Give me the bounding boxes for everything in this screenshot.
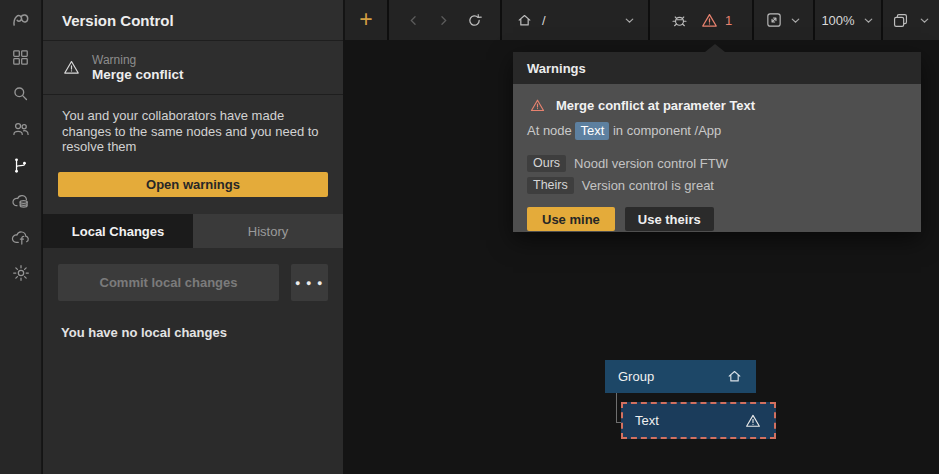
use-theirs-button[interactable]: Use theirs — [625, 207, 714, 231]
commit-local-changes-button[interactable]: Commit local changes — [58, 264, 279, 301]
preview-size-section — [754, 0, 813, 40]
warning-triangle-icon — [744, 412, 762, 430]
settings-gear-icon[interactable] — [0, 255, 42, 291]
theirs-value: Version control is great — [582, 178, 714, 193]
warning-title: Merge conflict — [92, 67, 184, 83]
warnings-popup: Warnings Merge conflict at parameter Tex… — [513, 52, 921, 232]
search-icon[interactable] — [0, 75, 42, 111]
panel-title: Version Control — [62, 12, 174, 29]
canvas-toolbar: + — [345, 0, 939, 40]
popup-body: Merge conflict at parameter Text At node… — [513, 84, 921, 232]
route-path: / — [542, 13, 546, 28]
cloud-services-icon[interactable] — [0, 183, 42, 219]
cloud-functions-icon[interactable] — [0, 219, 42, 255]
no-local-changes-message: You have no local changes — [58, 325, 328, 340]
zoom-level-dropdown[interactable]: 100% — [815, 0, 881, 40]
components-grid-icon[interactable] — [0, 39, 42, 75]
merge-conflict-summary: Warning Merge conflict — [43, 41, 343, 95]
activity-bar — [0, 0, 42, 474]
tab-local-changes[interactable]: Local Changes — [43, 214, 193, 248]
ours-chip: Ours — [527, 155, 566, 172]
chevron-down-icon — [918, 14, 931, 27]
noodl-editor-window: Version Control Warning Merge conflict Y… — [0, 0, 939, 474]
refresh-button[interactable] — [466, 12, 483, 29]
warning-triangle-red-icon — [700, 11, 719, 30]
forward-button[interactable] — [436, 13, 451, 28]
theirs-line: Theirs Version control is great — [527, 177, 907, 194]
warning-location: At node Text in component /App — [527, 123, 907, 138]
warnings-indicator-button[interactable]: 1 — [700, 11, 732, 30]
local-changes-content: Commit local changes ● ● ● You have no l… — [43, 248, 343, 474]
tab-history[interactable]: History — [193, 214, 343, 248]
node-name-chip: Text — [575, 122, 609, 140]
chevron-down-icon — [862, 14, 875, 27]
version-control-panel: Version Control Warning Merge conflict Y… — [43, 0, 343, 474]
open-warnings-button[interactable]: Open warnings — [58, 172, 328, 197]
node-label: Group — [618, 369, 654, 384]
debug-warnings-section: 1 — [650, 0, 752, 40]
popup-warning-title: Merge conflict at parameter Text — [556, 98, 755, 113]
node-text-conflicted[interactable]: Text — [621, 402, 776, 439]
more-options-button[interactable]: ● ● ● — [291, 264, 328, 301]
warning-triangle-red-icon — [529, 97, 546, 114]
warning-count-badge: 1 — [725, 13, 732, 28]
theirs-chip: Theirs — [527, 177, 574, 194]
home-icon — [726, 368, 743, 385]
collaborators-icon[interactable] — [0, 111, 42, 147]
popup-title: Warnings — [527, 61, 586, 76]
panel-tabs: Local Changes History — [43, 214, 343, 248]
panel-header: Version Control — [43, 0, 343, 41]
use-mine-button[interactable]: Use mine — [527, 207, 615, 231]
ours-value: Noodl version control FTW — [574, 156, 728, 171]
warning-triangle-icon — [62, 58, 81, 77]
warning-label: Warning — [92, 53, 184, 67]
expand-viewport-icon[interactable] — [765, 11, 783, 29]
stacked-windows-icon — [891, 11, 910, 30]
chevron-down-icon[interactable] — [789, 14, 802, 27]
node-label: Text — [635, 413, 659, 428]
preview-frames-dropdown[interactable] — [883, 0, 939, 40]
zoom-level-value: 100% — [821, 13, 854, 28]
ours-line: Ours Noodl version control FTW — [527, 155, 907, 172]
back-button[interactable] — [406, 13, 421, 28]
route-dropdown[interactable]: / — [502, 0, 648, 40]
conflict-description: You and your collaborators have made cha… — [43, 95, 343, 155]
node-group[interactable]: Group — [605, 360, 756, 393]
plus-icon: + — [359, 8, 372, 31]
chevron-down-icon — [623, 14, 636, 27]
home-icon — [516, 12, 533, 29]
popup-header: Warnings — [513, 52, 921, 84]
version-control-icon[interactable] — [0, 147, 42, 183]
popup-arrow — [705, 44, 725, 52]
noodl-logo-icon[interactable] — [0, 3, 42, 39]
add-node-button[interactable]: + — [345, 0, 387, 40]
debug-bug-icon[interactable] — [670, 11, 689, 30]
navigation-section — [389, 0, 500, 40]
